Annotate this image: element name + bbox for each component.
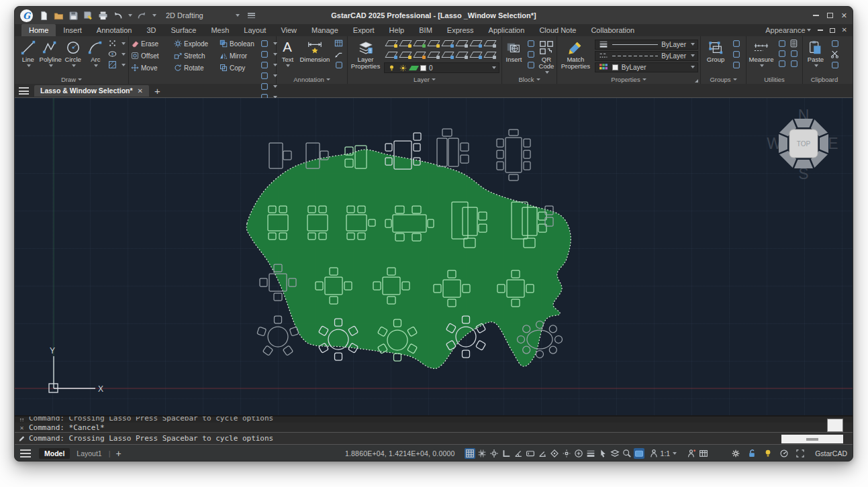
align-button[interactable]	[259, 71, 277, 80]
hatch-icon[interactable]	[107, 60, 118, 70]
layer-unlock-icon[interactable]	[409, 66, 419, 70]
command-input[interactable]: Command: Crossing Lasso Press Spacebar t…	[15, 432, 853, 445]
object-snap-tracking-icon[interactable]	[561, 448, 572, 459]
snap-mode-icon[interactable]	[489, 448, 499, 459]
ribbon-tab-help[interactable]: Help	[382, 24, 412, 36]
lineweight-combo[interactable]: ByLayer	[595, 40, 698, 50]
furniture-block-desk1[interactable]	[269, 143, 291, 168]
id-point-button[interactable]	[777, 49, 787, 58]
data-table-icon[interactable]	[698, 448, 709, 459]
distance-button[interactable]	[777, 39, 787, 48]
drawing-canvas[interactable]: Y XNSEWTOP	[15, 98, 853, 415]
restore-icon[interactable]	[827, 13, 833, 18]
ribbon-tab-express[interactable]: Express	[440, 24, 481, 36]
close-icon[interactable]: ✕	[841, 12, 847, 19]
group-button[interactable]: Group	[703, 38, 728, 75]
status-menu-icon[interactable]	[20, 449, 31, 457]
area-button[interactable]	[777, 59, 787, 68]
chevron-down-icon[interactable]	[492, 66, 496, 69]
dialog-launcher-icon[interactable]	[695, 79, 698, 83]
layer-state-icon[interactable]	[443, 40, 452, 46]
ribbon-tab-collaboration[interactable]: Collaboration	[583, 24, 642, 36]
undo-icon[interactable]	[112, 10, 123, 21]
document-tab[interactable]: Lasso & Window Selection* ✕	[34, 85, 149, 97]
layer-state-icon[interactable]	[457, 40, 467, 46]
erase-button[interactable]: Erase	[131, 38, 173, 50]
attribute-button[interactable]	[526, 50, 536, 58]
move-button[interactable]: Move	[131, 62, 173, 74]
layer-state-icon[interactable]	[471, 40, 481, 46]
draw-panel-label[interactable]: Draw	[15, 75, 128, 84]
arc-button[interactable]: Arc	[85, 38, 107, 75]
trim-button[interactable]	[259, 82, 277, 91]
dynamic-input-icon[interactable]	[525, 448, 536, 459]
rotate-button[interactable]: Rotate	[174, 62, 218, 74]
layer-thaw-sun-icon[interactable]	[399, 64, 407, 72]
workspace-dropdown[interactable]: 2D Drafting	[163, 10, 242, 21]
save-icon[interactable]	[68, 10, 79, 21]
measure-button[interactable]: Measure	[749, 38, 774, 75]
circle-button[interactable]: Circle	[62, 38, 85, 75]
copy-clip-button[interactable]	[830, 39, 840, 48]
furniture-block-tableDouble[interactable]	[437, 129, 469, 166]
clipboard-panel-label[interactable]: Clipboard	[803, 75, 846, 84]
appearance-dropdown[interactable]: Appearance	[765, 26, 810, 34]
add-layout-button[interactable]: +	[115, 448, 121, 459]
groups-panel-label[interactable]: Groups	[701, 75, 746, 84]
grid-display-icon[interactable]	[465, 448, 475, 459]
layer-state-icon[interactable]	[429, 40, 438, 46]
layer-state-icon[interactable]	[415, 40, 424, 46]
zoom-object-icon[interactable]	[622, 448, 632, 459]
stretch-button[interactable]: Stretch	[174, 50, 218, 62]
center-snap-icon[interactable]	[573, 448, 584, 459]
gstarcad-logo-icon[interactable]: G	[20, 9, 33, 22]
ribbon-tab-annotation[interactable]: Annotation	[89, 24, 140, 36]
layout1-tab[interactable]: Layout1	[74, 448, 104, 459]
command-scrollbar[interactable]	[781, 435, 843, 443]
view-cube[interactable]: NSEWTOP	[767, 107, 838, 182]
hardware-bulb-icon[interactable]	[763, 448, 773, 459]
insert-button[interactable]: Insert	[504, 38, 524, 75]
break-button[interactable]	[259, 60, 277, 69]
leader-button[interactable]	[334, 50, 344, 58]
boolean-button[interactable]: Boolean	[220, 38, 258, 50]
ribbon-tab-3d[interactable]: 3D	[139, 24, 163, 36]
ortho-mode-icon[interactable]	[501, 448, 512, 459]
layer-state-icon[interactable]	[387, 40, 396, 46]
ribbon-tab-layout[interactable]: Layout	[236, 24, 273, 36]
ui-lock-icon[interactable]	[746, 448, 757, 459]
properties-panel-label[interactable]: Properties	[557, 75, 700, 84]
fillet-button[interactable]	[259, 50, 277, 58]
layer-state-icon[interactable]	[415, 52, 424, 58]
qr-code-button[interactable]: QR Code	[538, 38, 554, 75]
group-manager-button[interactable]	[731, 60, 742, 69]
new-file-icon[interactable]	[38, 10, 49, 21]
calculator-button[interactable]	[789, 39, 800, 48]
minimize-icon[interactable]	[813, 15, 819, 16]
layer-isolate-icon[interactable]	[610, 448, 620, 459]
object-color-combo[interactable]: ByLayer	[595, 62, 698, 72]
ribbon-tab-application[interactable]: Application	[481, 24, 532, 36]
ribbon-tab-surface[interactable]: Surface	[164, 24, 204, 36]
command-scrollbar-button[interactable]	[827, 419, 843, 432]
line-button[interactable]: Line	[17, 38, 40, 75]
doc-close-icon[interactable]: ✕	[842, 27, 847, 34]
ribbon-tab-mesh[interactable]: Mesh	[203, 24, 236, 36]
point-icon[interactable]	[107, 38, 118, 49]
object-snap-icon[interactable]	[549, 448, 560, 459]
layer-combo[interactable]: 0	[384, 62, 499, 73]
layer-state-icon[interactable]	[429, 52, 438, 58]
command-close-icon[interactable]: ✕	[17, 424, 26, 431]
layer-panel-label[interactable]: Layer	[348, 75, 501, 84]
model-space-toggle-icon[interactable]	[634, 448, 644, 459]
layer-state-icon[interactable]	[443, 52, 452, 58]
ribbon-tab-view[interactable]: View	[273, 24, 304, 36]
show-lineweight-icon[interactable]	[585, 448, 596, 459]
paste-special-button[interactable]	[830, 60, 840, 69]
doc-restore-icon[interactable]	[830, 28, 835, 33]
layer-state-icon[interactable]	[401, 40, 410, 46]
copy-button[interactable]: Copy	[220, 62, 258, 74]
utilities-panel-label[interactable]: Utilities	[746, 75, 802, 84]
polar-tracking-icon[interactable]	[513, 448, 524, 459]
ribbon-tab-bim[interactable]: BIM	[412, 24, 440, 36]
